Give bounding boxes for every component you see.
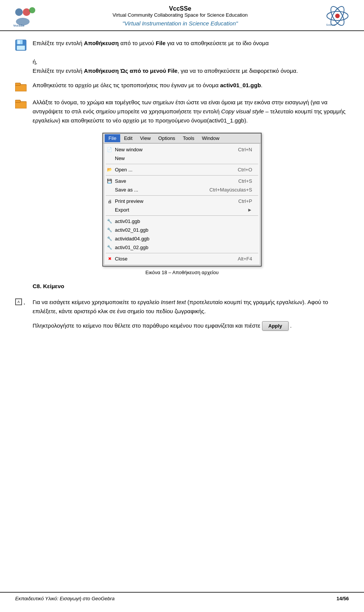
- menu-item-new-window-label: New window: [115, 147, 143, 152]
- menu-item-export[interactable]: Export ►: [104, 206, 260, 214]
- menu-bar-file[interactable]: File: [105, 134, 120, 142]
- menu-item-export-label: Export: [115, 207, 129, 213]
- print-icon: [107, 198, 113, 204]
- menu-caption: Εικόνα 18 – Αποθήκευση αρχείου: [145, 270, 218, 275]
- c8-p2-end: .: [290, 322, 292, 329]
- svg-rect-13: [17, 46, 25, 50]
- menu-item-new-window[interactable]: New window Ctrl+N: [104, 145, 260, 154]
- ggb2-icon: [107, 227, 113, 233]
- menu-item-close-shortcut: Alt+F4: [238, 256, 252, 262]
- menu-item-new[interactable]: New: [104, 154, 260, 163]
- apply-button[interactable]: Apply: [262, 321, 289, 331]
- section-c8-heading-row: C8. Κείμενο: [15, 283, 349, 294]
- p4-italic: Copy visual style: [221, 108, 264, 115]
- close-icon: [107, 256, 113, 262]
- paragraph-2-text: ή, Επιλέξτε την εντολή Αποθήκευση Ώς από…: [33, 57, 349, 75]
- export-icon: [107, 207, 113, 213]
- p3-period: .: [261, 82, 262, 88]
- p2-cont: , για να το αποθηκεύσετε με διαφορετικό …: [177, 67, 298, 74]
- p1-normal: Επιλέξτε την εντολή: [33, 40, 84, 46]
- menu-bar-edit[interactable]: Edit: [120, 134, 136, 142]
- c8-p1-normal: Για να εισάγετε κείμενο χρησιμοποιείτε τ…: [33, 299, 161, 305]
- c8-comma: ,: [24, 299, 25, 305]
- open-icon: [107, 167, 113, 173]
- p3-bold: activ01_01.ggb: [220, 82, 261, 88]
- content: Επιλέξτε την εντολή Αποθήκευση από το με…: [0, 31, 364, 344]
- c8-paragraph-2-text: Πληκτρολογήστε το κείμενο που θέλετε στο…: [33, 321, 349, 331]
- header-subtitle: Virtual Community Collaborating Space fo…: [38, 12, 322, 18]
- floppy-icon: [15, 39, 29, 52]
- menu-bar: File Edit View Options Tools Window: [103, 133, 261, 143]
- menu-bar-options[interactable]: Options: [154, 134, 179, 142]
- menu-item-save-shortcut: Ctrl+S: [238, 178, 252, 184]
- menu-item-open-shortcut: Ctrl+O: [238, 167, 252, 173]
- menu-item-actividad04[interactable]: actividad04.ggb: [104, 234, 260, 243]
- menu-screenshot: File Edit View Options Tools Window New …: [102, 133, 262, 267]
- ggb1-icon: [107, 218, 113, 224]
- svg-text:VccSSe: VccSSe: [13, 24, 25, 27]
- svg-point-2: [29, 7, 35, 13]
- p2-normal: Επιλέξτε την εντολή: [33, 67, 84, 74]
- section-c8: C8. Κείμενο A , Για να εισάγετε κείμενο …: [15, 283, 349, 331]
- footer: Εκπαιδευτικό Υλικό: Εισαγωγή στο GeoGebr…: [0, 592, 364, 604]
- paragraph-2-wrapper: ή, Επιλέξτε την εντολή Αποθήκευση Ώς από…: [15, 57, 349, 75]
- menu-item-print-shortcut: Ctrl+P: [238, 198, 252, 204]
- menu-item-open-label: Open ...: [115, 167, 132, 173]
- page-wrapper: VccSSe VccSSe Virtual Community Collabor…: [0, 0, 364, 612]
- header-title: VccSSe: [38, 5, 322, 12]
- ggb3-icon: [107, 236, 113, 242]
- section-c8-heading: C8. Κείμενο: [33, 283, 64, 289]
- svg-point-5: [335, 14, 340, 18]
- menu-bar-tools[interactable]: Tools: [179, 134, 198, 142]
- paragraph-3-text: Αποθηκεύστε το αρχείο με όλες τις τροποπ…: [33, 81, 349, 90]
- svg-point-1: [23, 8, 30, 16]
- header-center: VccSSe Virtual Community Collaborating S…: [38, 5, 322, 27]
- menu-item-activ01[interactable]: activ01.ggb: [104, 217, 260, 226]
- menu-divider-3: [106, 195, 258, 196]
- header: VccSSe VccSSe Virtual Community Collabor…: [0, 0, 364, 31]
- p2-bold: Αποθήκευση Ώς από το μενού File: [84, 67, 177, 74]
- menu-bar-view[interactable]: View: [136, 134, 154, 142]
- header-tagline: "Virtual Instrumentation in Science Educ…: [38, 20, 322, 27]
- logo-left-svg: VccSSe: [11, 5, 38, 27]
- logo-right: Science: [322, 5, 353, 27]
- menu-item-activ02-label: activ02_01.ggb: [115, 227, 148, 233]
- menu-item-save-as-shortcut: Ctrl+Mayúsculas+S: [209, 187, 252, 193]
- menu-item-activ02[interactable]: activ02_01.ggb: [104, 226, 260, 234]
- svg-text:Science: Science: [326, 24, 336, 26]
- svg-rect-17: [15, 100, 20, 102]
- menu-item-activ01-02[interactable]: activ01_02.ggb: [104, 243, 260, 252]
- footer-page: 14/56: [336, 596, 349, 601]
- menu-item-save[interactable]: Save Ctrl+S: [104, 177, 260, 185]
- ggb4-icon: [107, 245, 113, 251]
- menu-item-close[interactable]: Close Alt+F4: [104, 254, 260, 263]
- text-tool-icon: A: [15, 298, 22, 305]
- menu-item-print-preview[interactable]: Print preview Ctrl+P: [104, 197, 260, 206]
- c8-icon-area: A ,: [15, 298, 29, 305]
- p2-pre: ή,: [33, 58, 38, 65]
- menu-divider-1: [106, 164, 258, 164]
- p3-normal: Αποθηκεύστε το αρχείο με όλες τις τροποπ…: [33, 82, 220, 88]
- footer-title: Εκπαιδευτικό Υλικό: Εισαγωγή στο GeoGebr…: [15, 596, 115, 601]
- save-icon: [107, 178, 113, 184]
- menu-item-actividad04-label: actividad04.ggb: [115, 236, 149, 242]
- c8-paragraph-2: Πληκτρολογήστε το κείμενο που θέλετε στο…: [15, 321, 349, 331]
- folder-icon: [15, 82, 29, 93]
- menu-bar-window[interactable]: Window: [198, 134, 223, 142]
- menu-item-open[interactable]: Open ... Ctrl+O: [104, 165, 260, 174]
- save-as-icon: [107, 187, 113, 193]
- menu-item-save-as[interactable]: Save as ... Ctrl+Mayúsculas+S: [104, 185, 260, 194]
- menu-screenshot-container: File Edit View Options Tools Window New …: [102, 133, 262, 275]
- menu-item-print-preview-label: Print preview: [115, 198, 143, 204]
- p1-bold: Αποθήκευση: [84, 40, 119, 46]
- menu-divider-2: [106, 175, 258, 176]
- c8-paragraph-1: A , Για να εισάγετε κείμενο χρησιμοποιεί…: [15, 298, 349, 316]
- menu-divider-4: [106, 215, 258, 216]
- menu-item-new-window-shortcut: Ctrl+N: [238, 147, 252, 152]
- svg-rect-15: [15, 83, 20, 85]
- menu-divider-5: [106, 253, 258, 253]
- menu-item-close-label: Close: [115, 256, 127, 262]
- menu-item-export-shortcut: ►: [247, 207, 252, 213]
- menu-item-save-as-label: Save as ...: [115, 187, 138, 193]
- logo-left: VccSSe: [11, 5, 38, 27]
